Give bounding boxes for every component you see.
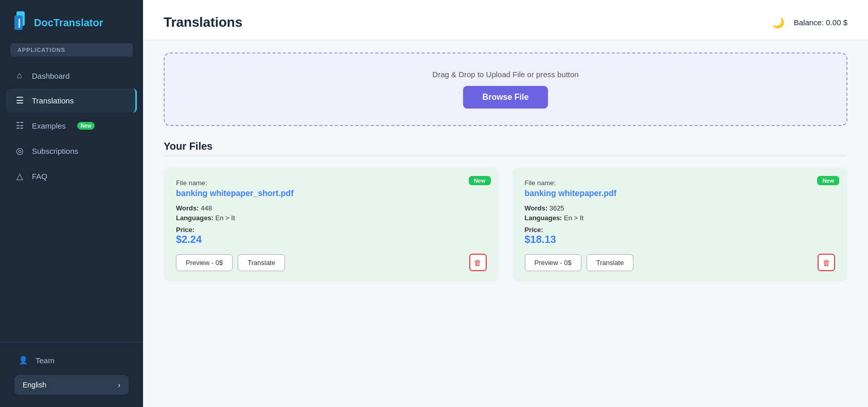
main-body: Drag & Drop to Upload File or press butt… [143,40,868,407]
files-grid: New File name: banking whitepaper_short.… [164,168,847,281]
dark-mode-button[interactable]: 🌙 [772,16,785,29]
upload-area[interactable]: Drag & Drop to Upload File or press butt… [164,52,847,126]
preview-button-2[interactable]: Preview - 0$ [525,254,581,271]
sidebar: DocTranslator APPLICATIONS ⌂ Dashboard ☰… [0,0,143,407]
delete-button-1[interactable]: 🗑 [469,254,487,271]
translate-button-2[interactable]: Translate [587,254,634,271]
main-header: Translations 🌙 Balance: 0.00 $ [143,0,868,40]
preview-button-1[interactable]: Preview - 0$ [176,254,233,271]
home-icon: ⌂ [14,70,25,81]
trash-icon-1: 🗑 [474,258,482,267]
file-price-value-2: $18.13 [525,234,836,245]
file-card-footer-1: Preview - 0$ Translate 🗑 [176,254,487,271]
subscriptions-icon: ◎ [14,146,25,156]
translations-icon: ☰ [14,95,25,106]
sidebar-item-label: Translations [32,96,74,105]
file-actions-1: Preview - 0$ Translate [176,254,285,271]
file-actions-2: Preview - 0$ Translate [525,254,634,271]
logo-area: DocTranslator [0,0,143,43]
file-words-2: Words: 3625 [525,204,836,212]
examples-icon: ☷ [14,120,25,131]
sidebar-item-examples[interactable]: ☷ Examples New [6,114,137,138]
logo-text: DocTranslator [34,17,103,29]
sidebar-item-translations[interactable]: ☰ Translations [6,89,137,113]
file-price-label-2: Price: [525,226,836,234]
sidebar-item-label: Dashboard [32,72,69,80]
page-title: Translations [164,14,242,30]
sidebar-item-label: Subscriptions [32,147,78,155]
svg-rect-2 [19,19,20,28]
sidebar-bottom: 👤 Team English › [0,342,143,407]
file-languages-2: Languages: En > It [525,214,836,222]
file-name-2: banking whitepaper.pdf [525,189,836,198]
file-price-value-1: $2.24 [176,234,487,245]
new-badge: New [77,122,95,130]
team-icon: 👤 [19,356,28,365]
file-label-2: File name: [525,179,836,187]
applications-badge: APPLICATIONS [10,43,133,57]
trash-icon-2: 🗑 [823,258,830,267]
file-languages-1: Languages: En > It [176,214,487,222]
sidebar-item-faq[interactable]: △ FAQ [6,164,137,188]
balance-display: Balance: 0.00 $ [794,18,847,27]
faq-icon: △ [14,171,25,182]
sidebar-item-label: FAQ [32,172,47,181]
file-name-1: banking whitepaper_short.pdf [176,189,487,198]
file-card-2: New File name: banking whitepaper.pdf Wo… [512,168,848,281]
sidebar-nav: ⌂ Dashboard ☰ Translations ☷ Examples Ne… [0,62,143,342]
delete-button-2[interactable]: 🗑 [818,254,835,271]
language-selector[interactable]: English › [14,375,129,395]
browse-file-button[interactable]: Browse File [463,86,548,109]
main-content: Translations 🌙 Balance: 0.00 $ Drag & Dr… [143,0,868,407]
upload-text: Drag & Drop to Upload File or press butt… [432,70,578,79]
sidebar-item-label: Examples [32,121,66,130]
header-right: 🌙 Balance: 0.00 $ [772,16,847,29]
file-label-1: File name: [176,179,487,187]
sidebar-item-subscriptions[interactable]: ◎ Subscriptions [6,139,137,163]
sidebar-item-dashboard[interactable]: ⌂ Dashboard [6,64,137,87]
logo-icon [12,11,29,34]
chevron-right-icon: › [118,381,120,389]
language-label: English [23,381,46,389]
files-section-title: Your Files [164,140,847,152]
sidebar-item-team[interactable]: 👤 Team [10,350,133,370]
file-card-1: New File name: banking whitepaper_short.… [164,168,499,281]
file-new-badge-1: New [469,176,491,185]
file-new-badge-2: New [817,176,839,185]
file-card-footer-2: Preview - 0$ Translate 🗑 [525,254,836,271]
section-divider [164,155,847,156]
file-words-1: Words: 448 [176,204,487,212]
file-price-label-1: Price: [176,226,487,234]
team-label: Team [36,356,55,365]
translate-button-1[interactable]: Translate [238,254,285,271]
